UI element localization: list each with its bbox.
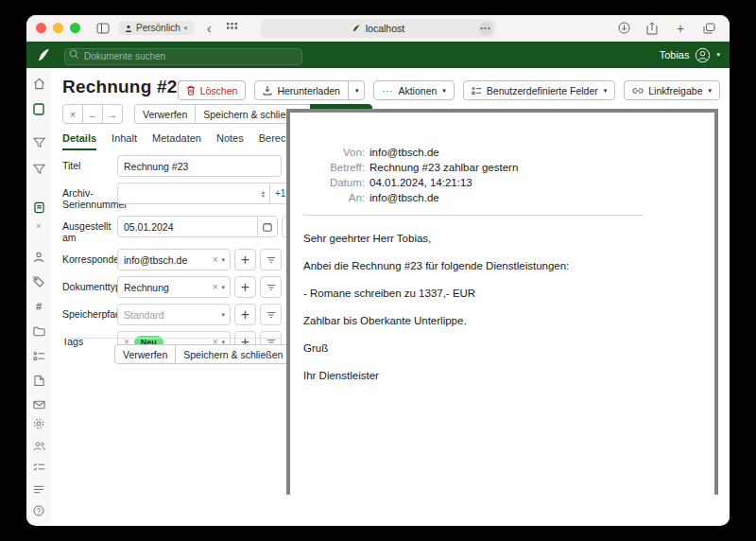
- page-more-icon[interactable]: •••: [479, 22, 492, 35]
- clear-icon[interactable]: ×: [210, 282, 221, 292]
- email-paragraph: Ihr Dienstleister: [303, 370, 714, 381]
- sidebar-item-documentation[interactable]: [31, 504, 46, 517]
- add-storage-path-button[interactable]: +: [234, 304, 256, 325]
- delete-button[interactable]: Löschen: [178, 80, 247, 100]
- url-text: localhost: [366, 23, 404, 34]
- actions-button[interactable]: ··· Aktionen▾: [373, 80, 454, 100]
- zoom-window-button[interactable]: [70, 23, 80, 33]
- filter-icon: [266, 284, 276, 291]
- download-icon: [263, 85, 272, 96]
- caret-down-icon: ▾: [442, 87, 446, 95]
- download-button[interactable]: Herunterladen: [254, 80, 349, 100]
- downloads-icon[interactable]: [614, 19, 633, 38]
- created-date-input[interactable]: [118, 221, 257, 233]
- add-document-type-button[interactable]: +: [234, 276, 256, 298]
- share-link-button[interactable]: Linkfreigabe▾: [624, 80, 720, 100]
- field-storage-path: Speicherpfad Standard ▾ +: [62, 304, 282, 325]
- email-header-row: Datum: 04.01.2024, 14:21:13: [303, 175, 518, 190]
- tab-inhalt[interactable]: Inhalt: [112, 132, 137, 150]
- field-title: Titel: [62, 155, 282, 177]
- sidebar-item-tasks[interactable]: [31, 461, 46, 474]
- sidebar-item-correspondents[interactable]: [31, 251, 46, 264]
- close-window-button[interactable]: [36, 23, 46, 33]
- sidebar-item-mail[interactable]: [31, 398, 46, 411]
- tab-overview-icon[interactable]: [699, 19, 718, 38]
- app-header: Tobias ▾: [26, 42, 730, 68]
- browser-window: Persönlich ▾ ‹ localhost ••• +: [26, 15, 730, 526]
- sidebar-toggle-icon[interactable]: [94, 19, 112, 38]
- asn-input[interactable]: [118, 188, 257, 200]
- email-paragraph: Zahlbar bis Oberkante Unterlippe.: [303, 315, 714, 326]
- close-document-button[interactable]: ×: [62, 104, 83, 124]
- field-asn: Archiv-Seriennummer ▲▼ +1: [62, 183, 282, 210]
- download-options-button[interactable]: ▾: [348, 80, 366, 100]
- next-document-button[interactable]: →: [102, 104, 123, 124]
- field-created: Ausgestellt am: [62, 216, 282, 243]
- document-toolbar: Löschen Herunterladen ▾ ··· Aktionen▾ Be…: [178, 80, 720, 100]
- sidebar-item-tags[interactable]: [31, 275, 46, 288]
- chevron-down-icon[interactable]: ▾: [716, 51, 720, 59]
- profile-button[interactable]: Persönlich ▾: [118, 21, 194, 35]
- discard-button-bottom[interactable]: Verwerfen: [114, 344, 176, 364]
- spinner-icon[interactable]: ▲▼: [257, 190, 269, 198]
- back-button[interactable]: ‹: [199, 19, 218, 38]
- email-header-value: Rechnung #23 zahlbar gestern: [369, 160, 518, 175]
- correspondent-select[interactable]: info@tbsch.de × ▾: [117, 249, 231, 270]
- person-icon: [125, 25, 132, 32]
- sidebar-item-users-groups[interactable]: [31, 439, 46, 452]
- caret-down-icon: ▾: [220, 311, 230, 319]
- global-search[interactable]: [64, 46, 302, 63]
- sidebar-item-settings[interactable]: [31, 417, 46, 430]
- title-input[interactable]: [118, 161, 281, 172]
- add-correspondent-button[interactable]: +: [234, 249, 256, 270]
- document-type-select[interactable]: Rechnung × ▾: [117, 276, 231, 298]
- caret-down-icon: ▾: [220, 256, 230, 264]
- sidebar-item-storage-paths[interactable]: [31, 324, 46, 338]
- email-header-label: An:: [303, 190, 369, 205]
- email-divider: [303, 215, 644, 216]
- sidebar-item-custom-fields[interactable]: [31, 349, 46, 362]
- filter-by-storage-path-button[interactable]: [260, 304, 282, 325]
- sidebar-item-document-types[interactable]: #: [31, 300, 46, 313]
- previous-document-button[interactable]: ←: [82, 104, 103, 124]
- filter-by-document-type-button[interactable]: [260, 276, 282, 298]
- sidebar-item-saved-view-1[interactable]: [31, 136, 46, 149]
- sidebar-item-logs[interactable]: [31, 482, 46, 496]
- custom-fields-button[interactable]: Benutzerdefinierte Felder▾: [463, 80, 615, 100]
- filter-by-correspondent-button[interactable]: [260, 249, 282, 270]
- caret-down-icon: ▾: [355, 87, 359, 95]
- tab-grid-icon[interactable]: [222, 19, 241, 38]
- tab-notes[interactable]: Notes: [216, 132, 244, 150]
- email-paragraph: Sehr geehrter Herr Tobias,: [303, 233, 714, 244]
- tab-details[interactable]: Details: [62, 132, 96, 150]
- filter-icon: [266, 256, 276, 264]
- save-close-button-bottom[interactable]: Speichern & schließen: [175, 344, 291, 364]
- clear-icon[interactable]: ×: [210, 254, 221, 265]
- caret-down-icon: ▾: [220, 284, 230, 291]
- document-preview-frame[interactable]: Von: info@tbsch.de Betreff: Rechnung #23…: [286, 109, 718, 495]
- profile-label: Persönlich: [136, 23, 180, 33]
- email-body: Sehr geehrter Herr Tobias, Anbei die Rec…: [303, 233, 714, 381]
- tab-metadaten[interactable]: Metadaten: [152, 132, 201, 150]
- download-split-button: Herunterladen ▾: [254, 80, 365, 100]
- sidebar-item-saved-view-2[interactable]: [31, 163, 46, 176]
- sidebar-item-documents[interactable]: [31, 102, 46, 115]
- sidebar-item-workflows[interactable]: [31, 374, 46, 387]
- new-tab-icon[interactable]: +: [671, 19, 690, 38]
- storage-path-select[interactable]: Standard ▾: [117, 304, 231, 325]
- calendar-button[interactable]: [257, 217, 277, 236]
- email-header-label: Datum:: [303, 175, 369, 190]
- search-input[interactable]: [64, 48, 302, 65]
- address-bar[interactable]: localhost •••: [261, 19, 495, 38]
- close-open-document-icon[interactable]: ×: [31, 221, 46, 230]
- document-form: Titel Archiv-Seriennummer ▲▼ +1 Ausgeste…: [62, 155, 282, 358]
- share-icon[interactable]: [643, 19, 662, 38]
- sidebar-item-open-document[interactable]: [31, 201, 46, 214]
- discard-button[interactable]: Verwerfen: [134, 104, 196, 124]
- email-paragraph: Gruß: [303, 342, 714, 354]
- sidebar-item-dashboard[interactable]: [31, 77, 46, 90]
- minimize-window-button[interactable]: [53, 23, 63, 33]
- avatar[interactable]: [695, 47, 711, 63]
- field-label: Dokumenttyp: [62, 276, 117, 298]
- calendar-icon: [263, 222, 272, 232]
